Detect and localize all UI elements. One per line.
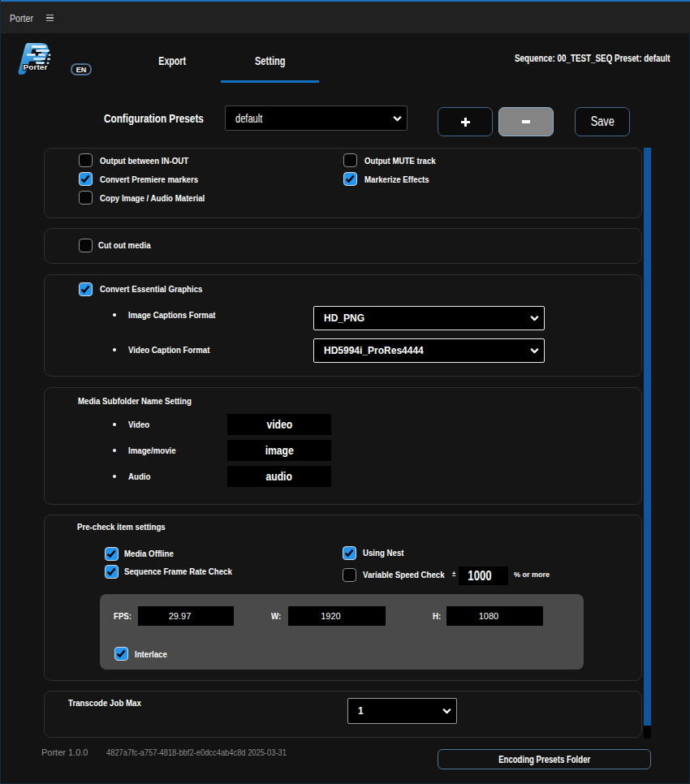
svg-text:Porter: Porter (24, 62, 48, 71)
